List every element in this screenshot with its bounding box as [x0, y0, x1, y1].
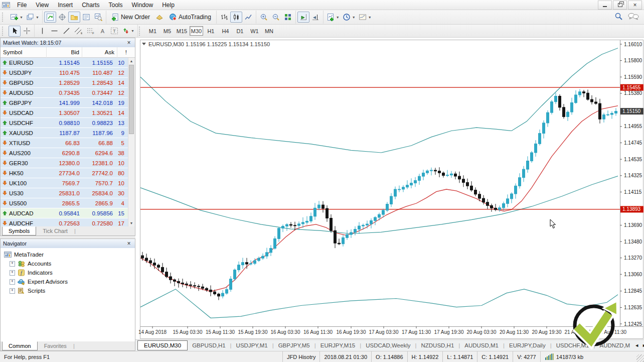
- timeframe-m5-button[interactable]: M5: [160, 26, 174, 36]
- chart-tab-usdcad-weekly[interactable]: USDCAD,Weekly: [361, 341, 415, 350]
- periods-button[interactable]: ▼: [341, 12, 357, 23]
- chart-tab-nzdusd-h1[interactable]: NZDUSD,H1: [416, 341, 458, 350]
- minimize-button[interactable]: [598, 1, 612, 10]
- navigator-toggle-button[interactable]: [68, 12, 80, 23]
- status-segment[interactable]: JFD Hisotry: [282, 351, 319, 362]
- resize-grip[interactable]: [636, 354, 644, 362]
- table-row-gbpjpy[interactable]: GBPJPY141.999142.01819: [1, 98, 128, 108]
- restore-button[interactable]: [613, 1, 627, 10]
- table-row-aus200[interactable]: AUS2006290.86294.638: [1, 148, 128, 158]
- tree-item-expert-advisors[interactable]: +Expert Advisors: [1, 277, 135, 286]
- tab-common[interactable]: Common: [2, 341, 38, 350]
- chart-tab-gbpjpy-m5[interactable]: GBPJPY,M5: [274, 341, 314, 350]
- chart-tab-audnzd-m[interactable]: AUDNZD,M: [595, 341, 634, 350]
- timeframe-m30-button[interactable]: M30: [190, 26, 203, 36]
- terminal-button[interactable]: [80, 12, 92, 23]
- timeframe-h1-button[interactable]: H1: [204, 26, 218, 36]
- tree-item-metatrader[interactable]: MetaTrader: [1, 250, 135, 259]
- tab-tick-chart[interactable]: Tick Chart: [36, 226, 74, 235]
- menu-window[interactable]: Window: [127, 1, 158, 10]
- tree-item-scripts[interactable]: +Scripts: [1, 286, 135, 295]
- close-button[interactable]: ×: [628, 1, 642, 10]
- tab-favorites[interactable]: Favorites: [38, 341, 73, 350]
- table-row-usdcad[interactable]: USDCAD1.305071.3052114: [1, 108, 128, 118]
- equidistant-channel-tool-button[interactable]: E: [72, 26, 84, 37]
- scroll-up-icon[interactable]: ▲: [128, 58, 134, 64]
- cursor-tool-button[interactable]: [9, 26, 21, 37]
- scrollbar-thumb[interactable]: [129, 65, 134, 134]
- tab-scroll-left-icon[interactable]: ◄: [634, 343, 639, 348]
- tree-item-indicators[interactable]: +fIndicators: [1, 268, 135, 277]
- toolbar-drag-handle[interactable]: [139, 27, 142, 36]
- chart-window[interactable]: 1.160101.158001.155901.153801.149551.147…: [135, 38, 644, 339]
- expand-icon[interactable]: +: [10, 279, 15, 285]
- candlestick-chart-button[interactable]: [230, 12, 242, 23]
- navigator-close-icon[interactable]: ×: [125, 240, 132, 247]
- metaeditor-button[interactable]: [153, 12, 166, 23]
- table-row-ger30[interactable]: GER3012380.012381.010: [1, 158, 128, 168]
- column-header-symbol[interactable]: Symbol: [1, 47, 47, 58]
- market-watch-close-icon[interactable]: ×: [125, 39, 132, 46]
- tree-item-accounts[interactable]: +Accounts: [1, 259, 135, 268]
- expand-icon[interactable]: +: [10, 261, 15, 267]
- chart-tab-usdchf-m1[interactable]: USDCHF,M1: [552, 341, 594, 350]
- expand-icon[interactable]: +: [10, 288, 15, 294]
- market-watch-toggle-button[interactable]: [44, 12, 56, 23]
- timeframe-w1-button[interactable]: W1: [248, 26, 261, 36]
- table-row-eurusd[interactable]: EURUSD1.151451.1515510: [1, 58, 128, 68]
- strategy-tester-button[interactable]: [92, 12, 104, 23]
- indicators-button[interactable]: ▼: [325, 12, 341, 23]
- chart-surface[interactable]: 1.160101.158001.155901.153801.149551.147…: [135, 38, 644, 339]
- trendline-tool-button[interactable]: [60, 26, 72, 37]
- tile-windows-button[interactable]: [282, 12, 294, 23]
- text-label-tool-button[interactable]: T: [108, 26, 120, 37]
- profiles-button[interactable]: ▼: [25, 12, 41, 23]
- chart-tab-eurjpy-daily[interactable]: EURJPY,Daily: [505, 341, 550, 350]
- chat-icon[interactable]: [628, 13, 639, 22]
- auto-scroll-button[interactable]: [297, 12, 309, 23]
- fibonacci-tool-button[interactable]: F: [84, 26, 96, 37]
- search-icon[interactable]: [614, 12, 623, 22]
- table-row-audusd[interactable]: AUDUSD0.734350.7344712: [1, 88, 128, 98]
- table-row-us500[interactable]: US5002865.52865.94: [1, 198, 128, 208]
- timeframe-mn-button[interactable]: MN: [262, 26, 276, 36]
- timeframe-h4-button[interactable]: H4: [219, 26, 232, 36]
- data-window-button[interactable]: [56, 12, 68, 23]
- chart-tab-audusd-m1[interactable]: AUDUSD,M1: [460, 341, 503, 350]
- tab-scroll-right-icon[interactable]: ►: [642, 343, 644, 348]
- menu-insert[interactable]: Insert: [53, 1, 77, 10]
- table-row-audcad[interactable]: AUDCAD0.958410.9585615: [1, 208, 128, 218]
- templates-button[interactable]: ▼: [357, 12, 373, 23]
- navigator-titlebar[interactable]: Navigator ×: [1, 239, 135, 249]
- new-chart-button[interactable]: ▼: [9, 12, 25, 23]
- menu-tools[interactable]: Tools: [104, 1, 127, 10]
- chart-tab-usdjpy-m1[interactable]: USDJPY,M1: [232, 341, 272, 350]
- chart-tab-gbpusd-h1[interactable]: GBPUSD,H1: [188, 341, 230, 350]
- table-row-us30[interactable]: US3025831.025834.030: [1, 188, 128, 198]
- toolbar-drag-handle[interactable]: [2, 13, 5, 22]
- menu-view[interactable]: View: [31, 1, 53, 10]
- bar-chart-button[interactable]: [218, 12, 230, 23]
- toolbar-drag-handle[interactable]: [2, 27, 5, 36]
- menu-file[interactable]: File: [13, 1, 31, 10]
- horizontal-line-tool-button[interactable]: [48, 26, 60, 37]
- vertical-line-tool-button[interactable]: [36, 26, 48, 37]
- line-chart-button[interactable]: [242, 12, 254, 23]
- timeframe-m15-button[interactable]: M15: [175, 26, 189, 36]
- table-row-uk100[interactable]: UK1007569.77570.710: [1, 178, 128, 188]
- arrows-tool-button[interactable]: ▼: [120, 26, 136, 37]
- menu-charts[interactable]: Charts: [77, 1, 104, 10]
- market-watch-scrollbar[interactable]: ▲ ▼: [128, 58, 135, 226]
- timeframe-m1-button[interactable]: M1: [146, 26, 159, 36]
- timeframe-d1-button[interactable]: D1: [233, 26, 247, 36]
- scroll-down-icon[interactable]: ▼: [128, 220, 134, 226]
- table-row-usdjpy[interactable]: USDJPY110.475110.48712: [1, 68, 128, 78]
- zoom-out-button[interactable]: [270, 12, 282, 23]
- column-header-ask[interactable]: Ask: [82, 47, 117, 58]
- zoom-in-button[interactable]: [258, 12, 270, 23]
- text-tool-button[interactable]: A: [96, 26, 108, 37]
- table-row-usdchf[interactable]: USDCHF0.988100.9882313: [1, 118, 128, 128]
- crosshair-tool-button[interactable]: [21, 26, 33, 37]
- tab-symbols[interactable]: Symbols: [2, 226, 36, 235]
- table-row-xauusd[interactable]: XAUUSD1187.871187.969: [1, 128, 128, 138]
